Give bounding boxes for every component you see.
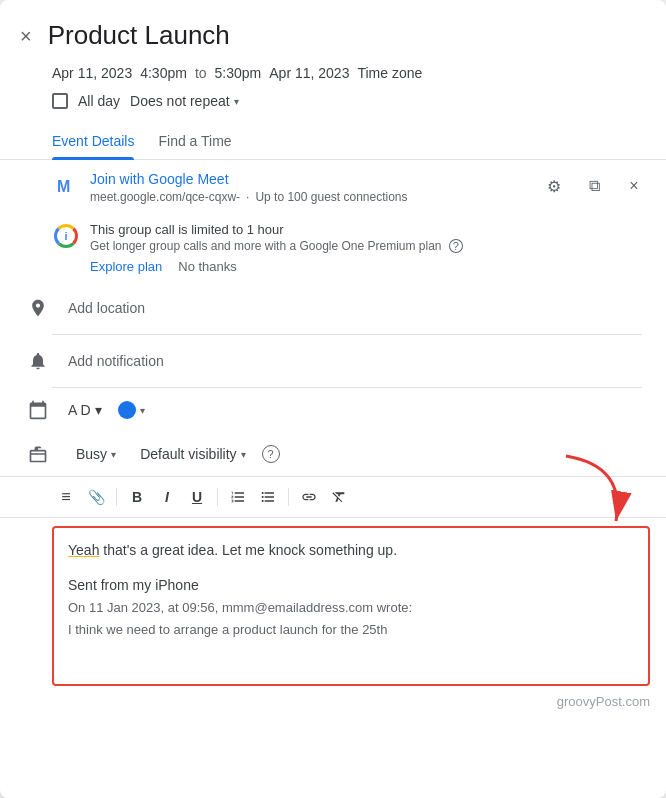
tabs-row: Event Details Find a Time [0, 115, 666, 160]
calendar-chevron-icon: ▾ [95, 402, 102, 418]
toolbar-attach-button[interactable]: 📎 [82, 483, 110, 511]
help-icon[interactable]: ? [262, 445, 280, 463]
meet-section: M Join with Google Meet meet.google.com/… [0, 160, 666, 214]
description-container: Yeah that's a great idea. Let me knock s… [0, 526, 666, 686]
toolbar-ul-button[interactable] [254, 483, 282, 511]
color-dot-icon [118, 401, 136, 419]
toolbar-more-button[interactable]: ≡ [52, 483, 80, 511]
bold-icon: B [132, 489, 142, 505]
status-row: Busy ▾ Default visibility ▾ ? [0, 432, 666, 476]
close-icon: × [20, 25, 32, 47]
toolbar-separator-1 [116, 488, 117, 506]
watermark: groovyPost.com [0, 686, 666, 713]
meet-remove-button[interactable]: × [618, 170, 650, 202]
meet-guests: Up to 100 guest connections [255, 190, 407, 204]
calendar-color-picker[interactable]: ▾ [118, 401, 145, 419]
busy-chevron-icon: ▾ [111, 449, 116, 460]
tab-find-time[interactable]: Find a Time [158, 125, 231, 159]
original-message-text: I think we need to arrange a product lau… [68, 620, 634, 640]
repeat-label: Does not repeat [130, 93, 230, 109]
sent-from-text: Sent from my iPhone [68, 575, 634, 596]
underline-icon: U [192, 489, 202, 505]
datetime-row: Apr 11, 2023 4:30pm to 5:30pm Apr 11, 20… [0, 59, 666, 87]
calendar-selector[interactable]: A D ▾ [68, 402, 102, 418]
toolbar-row: ≡ 📎 B I U [0, 476, 666, 518]
upgrade-banner: i This group call is limited to 1 hour G… [52, 222, 650, 274]
allday-checkbox[interactable] [52, 93, 68, 109]
chevron-down-icon: ▾ [234, 96, 239, 107]
meet-logo-icon: M [52, 172, 80, 200]
busy-label: Busy [76, 446, 107, 462]
close-icon: × [629, 177, 638, 195]
visibility-chevron-icon: ▾ [241, 449, 246, 460]
toolbar-link-button[interactable] [295, 483, 323, 511]
location-row: Add location [0, 282, 666, 334]
meet-url: meet.google.com/qce-cqxw- [90, 190, 240, 204]
google-one-icon: i [52, 222, 80, 250]
toolbar-underline-button[interactable]: U [183, 483, 211, 511]
notification-row: Add notification [0, 335, 666, 387]
tab-event-details[interactable]: Event Details [52, 125, 134, 159]
copy-icon: ⧉ [589, 177, 600, 195]
meet-join-link[interactable]: Join with Google Meet [90, 171, 229, 187]
description-line1: that's a great idea. Let me knock someth… [99, 542, 397, 558]
calendar-icon [24, 396, 52, 424]
description-field[interactable]: Yeah that's a great idea. Let me knock s… [52, 526, 650, 686]
briefcase-icon [24, 440, 52, 468]
gear-icon: ⚙ [547, 177, 561, 196]
location-icon [24, 294, 52, 322]
location-placeholder[interactable]: Add location [68, 300, 145, 316]
timezone-link[interactable]: Time zone [357, 65, 422, 81]
notification-icon [24, 347, 52, 375]
meet-settings-button[interactable]: ⚙ [538, 170, 570, 202]
wrote-line-text: On 11 Jan 2023, at 09:56, mmm@emailaddre… [68, 598, 634, 618]
repeat-dropdown[interactable]: Does not repeat ▾ [130, 93, 239, 109]
event-title: Product Launch [48, 20, 642, 51]
end-time[interactable]: 5:30pm [215, 65, 262, 81]
toolbar-separator-3 [288, 488, 289, 506]
upgrade-subtitle: Get longer group calls and more with a G… [90, 239, 463, 253]
visibility-label: Default visibility [140, 446, 236, 462]
explore-plan-button[interactable]: Explore plan [90, 259, 162, 274]
toolbar-clear-format-button[interactable] [325, 483, 353, 511]
meet-copy-button[interactable]: ⧉ [578, 170, 610, 202]
end-date[interactable]: Apr 11, 2023 [269, 65, 349, 81]
italic-icon: I [165, 489, 169, 505]
toolbar-italic-button[interactable]: I [153, 483, 181, 511]
upgrade-title: This group call is limited to 1 hour [90, 222, 463, 237]
svg-text:M: M [57, 178, 70, 195]
meet-dot-sep: · [246, 190, 249, 204]
calendar-name: A D [68, 402, 91, 418]
toolbar-bold-button[interactable]: B [123, 483, 151, 511]
allday-row: All day Does not repeat ▾ [0, 87, 666, 115]
help-circle-icon: ? [449, 239, 463, 253]
start-date[interactable]: Apr 11, 2023 [52, 65, 132, 81]
busy-selector[interactable]: Busy ▾ [68, 442, 124, 466]
toolbar-separator-2 [217, 488, 218, 506]
toolbar-ol-button[interactable] [224, 483, 252, 511]
calendar-row: A D ▾ ▾ [0, 388, 666, 432]
no-thanks-button[interactable]: No thanks [178, 259, 237, 274]
notification-placeholder[interactable]: Add notification [68, 353, 164, 369]
color-chevron-icon: ▾ [140, 405, 145, 416]
yeah-text: Yeah [68, 542, 99, 558]
to-separator: to [195, 65, 207, 81]
allday-label: All day [78, 93, 120, 109]
close-button[interactable]: × [16, 22, 36, 50]
attach-icon: 📎 [88, 489, 105, 505]
start-time[interactable]: 4:30pm [140, 65, 187, 81]
visibility-selector[interactable]: Default visibility ▾ [132, 442, 253, 466]
